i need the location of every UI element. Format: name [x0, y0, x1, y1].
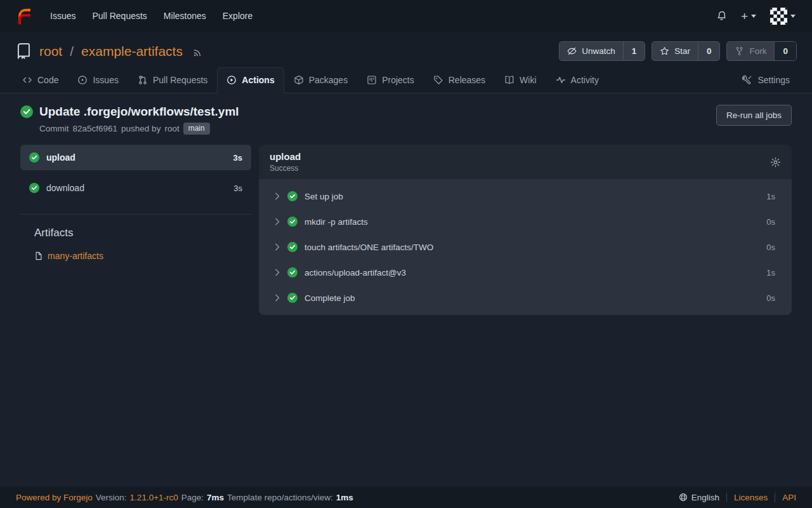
fork-button[interactable]: Fork [727, 42, 774, 60]
pull-request-icon [138, 75, 148, 85]
star-button-group: Star 0 [652, 41, 720, 61]
repo-name-link[interactable]: example-artifacts [81, 44, 183, 59]
tab-settings[interactable]: Settings [733, 67, 799, 93]
tab-packages[interactable]: Packages [284, 67, 357, 93]
job-detail-title: upload [270, 151, 301, 162]
tools-icon [742, 75, 752, 85]
nav-link-milestones[interactable]: Milestones [155, 6, 214, 26]
language-menu[interactable]: English [679, 493, 719, 502]
job-detail-panel: upload Success [259, 145, 792, 315]
job-name: download [46, 183, 84, 193]
tab-code[interactable]: Code [13, 67, 68, 93]
file-icon [34, 251, 43, 260]
version-label: Version: [96, 493, 127, 502]
check-circle-icon [287, 217, 298, 227]
job-duration: 3s [233, 184, 242, 193]
job-item-upload[interactable]: upload 3s [20, 145, 251, 170]
page-time-value: 7ms [207, 493, 224, 502]
check-circle-icon [287, 267, 298, 277]
step-label: Complete job [304, 293, 355, 303]
chevron-right-icon [274, 192, 280, 200]
step-duration: 0s [766, 217, 775, 227]
step-label: actions/upload-artifact@v3 [304, 268, 406, 277]
package-icon [294, 75, 304, 85]
rerun-all-jobs-button[interactable]: Re-run all jobs [716, 105, 792, 126]
job-item-download[interactable]: download 3s [20, 175, 251, 201]
actions-play-icon [226, 75, 237, 85]
step-row-mkdir[interactable]: mkdir -p artifacts 0s [259, 209, 792, 234]
step-duration: 0s [766, 293, 775, 303]
unwatch-button[interactable]: Unwatch [560, 42, 623, 60]
job-steps-list: Set up job 1s mkdir -p artifacts 0s [259, 180, 792, 315]
footer-divider [726, 493, 727, 502]
chevron-right-icon [274, 243, 280, 251]
repo-tabs: Code Issues Pull Requests [0, 64, 812, 93]
tab-pull-requests[interactable]: Pull Requests [128, 67, 217, 93]
repo-icon [15, 43, 32, 60]
book-open-icon [504, 75, 514, 85]
fork-label: Fork [749, 46, 766, 56]
watchers-count[interactable]: 1 [623, 42, 645, 60]
commit-label: Commit [39, 124, 69, 133]
step-label: mkdir -p artifacts [304, 217, 368, 227]
check-circle-icon [287, 242, 298, 252]
powered-by-link[interactable]: Powered by Forgejo [16, 493, 93, 502]
star-button[interactable]: Star [652, 42, 698, 60]
check-circle-icon [287, 293, 298, 303]
repo-header-block: root / example-artifacts [0, 32, 812, 93]
step-row-upload-artifact[interactable]: actions/upload-artifact@v3 1s [259, 260, 792, 285]
commit-sha: 82a5cf6961 [73, 124, 118, 133]
stars-count[interactable]: 0 [698, 42, 720, 60]
forks-count[interactable]: 0 [774, 42, 796, 60]
plus-icon: + [741, 10, 748, 22]
template-time-value: 1ms [336, 493, 353, 502]
artifacts-heading: Artifacts [34, 227, 251, 239]
tag-icon [433, 75, 443, 85]
repo-actions: Unwatch 1 Star 0 [559, 41, 797, 61]
repo-owner-link[interactable]: root [39, 44, 62, 59]
check-circle-icon [29, 183, 39, 193]
create-new-button[interactable]: + [741, 10, 756, 22]
rss-icon[interactable] [192, 47, 203, 58]
step-label: touch artifacts/ONE artifacts/TWO [304, 243, 433, 252]
step-row-setup[interactable]: Set up job 1s [259, 184, 792, 209]
job-sidebar: upload 3s download 3s Artifacts [20, 145, 251, 261]
tab-projects[interactable]: Projects [357, 67, 424, 93]
artifact-download-link[interactable]: many-artifacts [48, 251, 103, 261]
fork-icon [735, 46, 744, 56]
user-menu-button[interactable] [770, 8, 796, 25]
tab-activity[interactable]: Activity [546, 67, 608, 93]
star-icon [660, 46, 669, 56]
tab-actions[interactable]: Actions [217, 67, 284, 93]
page-footer: Powered by Forgejo Version: 1.21.0+1-rc0… [0, 486, 812, 508]
issue-circle-dot-icon [77, 75, 88, 85]
api-link[interactable]: API [782, 493, 796, 502]
version-value[interactable]: 1.21.0+1-rc0 [130, 493, 178, 502]
step-row-touch[interactable]: touch artifacts/ONE artifacts/TWO 0s [259, 234, 792, 260]
template-time-label: Template repo/actions/view: [227, 493, 333, 502]
globe-icon [679, 493, 688, 502]
chevron-right-icon [274, 294, 280, 302]
tab-issues[interactable]: Issues [68, 67, 128, 93]
step-label: Set up job [304, 192, 343, 201]
unwatch-button-group: Unwatch 1 [559, 41, 645, 61]
avatar-identicon [770, 8, 787, 25]
branch-badge[interactable]: main [183, 123, 210, 135]
navbar-right: + [716, 8, 801, 25]
forgejo-logo-icon[interactable] [14, 6, 33, 25]
nav-link-explore[interactable]: Explore [214, 6, 261, 26]
licenses-link[interactable]: Licenses [734, 493, 768, 502]
job-detail-header: upload Success [259, 145, 792, 180]
step-row-complete[interactable]: Complete job 0s [259, 285, 792, 311]
repo-title: root / example-artifacts [15, 43, 203, 60]
unwatch-label: Unwatch [582, 46, 615, 56]
gear-icon[interactable] [770, 157, 781, 168]
job-duration: 3s [233, 153, 242, 163]
nav-link-issues[interactable]: Issues [42, 6, 84, 26]
code-icon [22, 75, 32, 85]
tab-wiki[interactable]: Wiki [495, 67, 546, 93]
tab-releases[interactable]: Releases [424, 67, 495, 93]
artifact-item: many-artifacts [34, 251, 251, 261]
notifications-button[interactable] [716, 11, 727, 22]
nav-link-pull-requests[interactable]: Pull Requests [84, 6, 155, 26]
